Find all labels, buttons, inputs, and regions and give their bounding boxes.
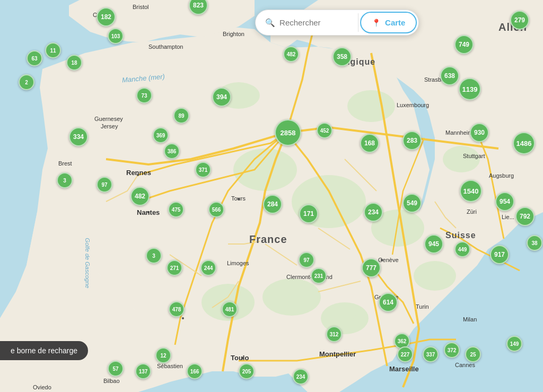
cluster-566[interactable]: 566 [208,202,224,217]
cannes-label: Cannes [455,362,475,368]
cluster-372[interactable]: 372 [444,342,460,358]
france-label: France [249,233,287,246]
cluster-166[interactable]: 166 [187,363,203,379]
cluster-244[interactable]: 244 [200,260,216,276]
search-bar: 🔍 📍 Carte [255,10,419,36]
svg-marker-2 [69,0,255,42]
cluster-38[interactable]: 38 [527,235,542,251]
luxembourg-label: Luxembourg [397,102,429,108]
cluster-234s[interactable]: 234 [293,369,309,385]
cluster-1486[interactable]: 1486 [513,132,535,154]
cluster-205[interactable]: 205 [239,363,255,379]
cluster-12[interactable]: 12 [155,347,171,363]
toulouse-label: Toulo [231,354,249,362]
cluster-823[interactable]: 823 [189,0,208,15]
stuttgart-label: Stuttgart [463,153,485,159]
cluster-137[interactable]: 137 [135,363,151,379]
turin-label: Turin [416,303,429,310]
cluster-97s[interactable]: 97 [299,252,314,268]
cluster-954[interactable]: 954 [495,192,514,211]
cluster-638[interactable]: 638 [440,66,459,85]
zuri-label: Züri [467,208,477,215]
cluster-171[interactable]: 171 [299,204,318,223]
cluster-337[interactable]: 337 [423,346,439,362]
cluster-57[interactable]: 57 [108,361,124,377]
cluster-749[interactable]: 749 [454,35,474,54]
cluster-168[interactable]: 168 [360,134,379,153]
cluster-11[interactable]: 11 [45,42,61,58]
cluster-917[interactable]: 917 [490,245,509,264]
cluster-386[interactable]: 386 [164,143,180,159]
cluster-25[interactable]: 25 [465,346,481,362]
cluster-2[interactable]: 2 [19,74,34,90]
svg-point-5 [233,149,297,191]
golfe-label: Golfe de Gascogne [84,238,91,289]
marseille-label: Marseille [389,365,419,373]
cluster-97n[interactable]: 97 [97,177,112,193]
cluster-478[interactable]: 478 [169,301,185,317]
search-input[interactable] [279,18,348,27]
cluster-452[interactable]: 452 [317,123,332,138]
southampton-label: Southampton [148,43,183,50]
nantes-dot [147,211,150,213]
tooltip-bar: e borne de recharge [0,341,88,360]
cluster-103[interactable]: 103 [108,28,124,44]
cluster-369[interactable]: 369 [153,127,169,143]
carte-button[interactable]: 📍 Carte [360,12,417,33]
bordeaux-dot [182,317,184,319]
cluster-549[interactable]: 549 [402,194,422,213]
svg-point-12 [414,261,456,291]
limoges-label: Limoges [227,260,249,266]
cluster-777[interactable]: 777 [362,258,381,277]
cluster-1139[interactable]: 1139 [459,78,481,100]
cluster-475[interactable]: 475 [168,202,184,217]
cluster-63[interactable]: 63 [27,50,42,66]
milan-label: Milan [463,316,477,323]
bristol-label: Bristol [133,4,149,10]
svg-point-11 [262,278,321,316]
cluster-149[interactable]: 149 [506,336,522,352]
brest-label: Brest [58,160,72,167]
cluster-482t[interactable]: 482 [283,46,299,62]
cluster-930[interactable]: 930 [470,123,489,142]
cluster-358[interactable]: 358 [332,47,352,66]
svg-marker-4 [0,212,202,392]
cluster-73[interactable]: 73 [136,88,152,103]
cluster-394[interactable]: 394 [212,88,231,107]
cluster-3la[interactable]: 3 [146,248,162,264]
cluster-792[interactable]: 792 [515,207,535,226]
carte-label: Carte [385,18,405,27]
tooltip-text: e borne de recharge [11,346,77,355]
manche-label: Manche (mer) [122,73,165,84]
cluster-481[interactable]: 481 [222,301,238,317]
svg-point-10 [443,146,480,172]
cluster-2858[interactable]: 2858 [275,119,301,146]
cluster-182[interactable]: 182 [97,7,116,27]
lie-label: Lie... [502,214,514,220]
cluster-3w[interactable]: 3 [57,172,73,188]
cluster-371[interactable]: 371 [195,162,211,178]
cluster-279[interactable]: 279 [510,11,529,30]
cluster-271[interactable]: 271 [167,260,182,276]
cluster-227[interactable]: 227 [397,346,413,362]
bilbao-label: Bilbao [103,378,120,384]
cluster-312[interactable]: 312 [326,326,342,342]
cluster-284[interactable]: 284 [263,195,282,214]
cluster-231[interactable]: 231 [311,268,327,284]
toulouse-dot [241,357,243,359]
tours-dot [238,198,240,200]
cluster-614[interactable]: 614 [379,293,398,312]
cluster-334[interactable]: 334 [69,127,88,146]
cluster-1540[interactable]: 1540 [460,180,482,202]
cluster-945[interactable]: 945 [424,234,443,254]
jersey-label: Jersey [101,123,118,129]
cluster-449[interactable]: 449 [454,241,470,257]
augsburg-label: Augsburg [489,172,514,179]
cluster-482w[interactable]: 482 [130,187,150,206]
search-section[interactable]: 🔍 [256,10,358,35]
cluster-234n[interactable]: 234 [364,203,383,222]
cluster-18[interactable]: 18 [66,55,82,71]
cluster-89[interactable]: 89 [173,108,189,124]
suisse-label: Suisse [445,231,476,240]
cluster-283[interactable]: 283 [402,131,422,150]
